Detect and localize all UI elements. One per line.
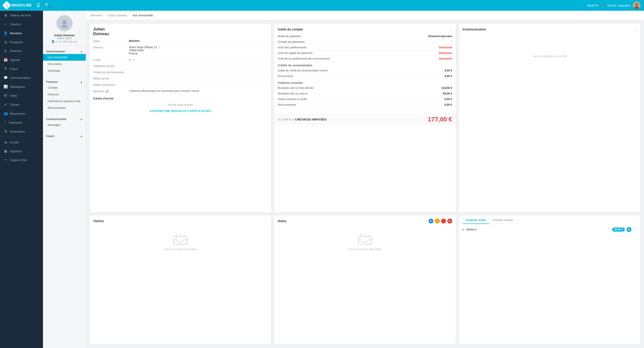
adresse-value: Victor Hugo (Place) 13 75000 Paris Franc… — [129, 46, 268, 55]
sidebar-item-check-in[interactable]: ✓ Check-In — [0, 20, 43, 29]
sidebar-item-ressources[interactable]: 👥 Ressources — [0, 109, 43, 118]
comm-card-menu[interactable]: ⋮ — [633, 27, 637, 32]
bc-julian[interactable]: Julian Doineau — [108, 14, 129, 17]
topbar-right: Book-Fit 📍 Dorine Lagardère — [588, 2, 640, 9]
solde-row-vente: Vente d'articles à l'unité 0,00 € — [278, 97, 452, 102]
tel-pro-label: Téléphone (professionnel) — [93, 71, 129, 74]
sub-item-messages[interactable]: Messages — [43, 122, 86, 128]
info-row-mobile-prive: Mobile (privé) — [93, 76, 268, 82]
vente-label: Vente d'articles à l'unité — [278, 98, 307, 101]
comm-card-title: Communication — [462, 28, 486, 31]
solde-card-header: Solde du compte ⋮ — [274, 24, 456, 34]
sub-item-documents[interactable]: Documents — [43, 61, 86, 67]
sidebar-item-appstore[interactable]: ▦ Appstore — [0, 147, 43, 156]
check-in-icon: ✓ — [4, 22, 8, 26]
access-section: Cartes d'accès Pas de carte d'accès AJOU… — [93, 95, 268, 115]
sidebar-item-agenda[interactable]: 📅 Agenda — [0, 55, 43, 64]
contract-row-menu[interactable]: ⋮ — [633, 227, 637, 232]
menu-icon[interactable]: ☰ — [36, 3, 40, 8]
note-icon-warn[interactable]: ⚠ — [435, 219, 440, 223]
svg-line-7 — [184, 234, 185, 236]
sub-section-coach: Coach ▲ — [43, 131, 86, 141]
email-clear-icon[interactable]: ✕ — [132, 58, 135, 61]
profile-dob: 👤 12.01.1985 (35 ans) — [52, 40, 77, 43]
total-label-block: LE COMPTE A CRÉANCES IMPAYÉES — [278, 118, 327, 121]
communication-icon: 💬 — [4, 76, 8, 80]
search-icon[interactable]: 🔍 — [45, 3, 50, 8]
note-icon-info[interactable]: ℹ — [428, 219, 434, 223]
tab-contrats-actifs[interactable]: Contrats actifs — [462, 216, 489, 224]
sidebar-item-mysports[interactable]: ⋮⋮ MySports — [0, 118, 43, 127]
credits-title: Crédits de consommation — [278, 64, 452, 67]
sidebar-item-support-chat[interactable]: ? Support Chat — [0, 156, 43, 164]
svg-rect-9 — [358, 236, 372, 244]
sub-item-vue-ensemble[interactable]: Vue d'ensemble — [43, 54, 86, 61]
sidebar-label-taches: Tâches — [10, 103, 20, 106]
taches-empty-icon: ? — [172, 232, 188, 245]
sidebar-item-communication[interactable]: 💬 Communication — [0, 73, 43, 82]
taches-card: Tâches ⋮ ? Aucune donnée disponible — [90, 215, 271, 345]
sidebar-item-statistiques[interactable]: 📊 Statistiques — [0, 82, 43, 91]
sidebar-item-parametres[interactable]: ⚙ Paramètres — [0, 127, 43, 136]
bc-sep-1: / — [105, 14, 106, 17]
sub-item-compte[interactable]: Compte — [43, 84, 86, 91]
sub-item-historique[interactable]: Historique — [43, 67, 86, 74]
tab-contrats-inactifs[interactable]: Contrats inactifs — [489, 216, 516, 224]
sub-item-paiement-plusieurs[interactable]: Paiement en plusieurs fois — [43, 98, 86, 105]
sidebar-item-prospects[interactable]: ◎ Prospects — [0, 38, 43, 47]
breadcrumb: Membres / Julian Doineau / Vue d'ensembl… — [86, 11, 644, 20]
adresse-label: Adresse — [93, 46, 129, 49]
solde-row-mois-dernier: Montants dûs le mois dernier 118,00 € — [278, 85, 452, 91]
personal-card-menu[interactable]: ⋮ — [263, 29, 268, 34]
communication-label: Communication — [46, 118, 66, 121]
member-firstname: Julian — [93, 27, 109, 32]
sidebar-item-finances[interactable]: € Finances — [0, 47, 43, 55]
solde-row-mois-ci: Montants dûs ce mois-ci 59,00 € — [278, 91, 452, 97]
solde-row-bonus: bonus inclus 4,00 € — [278, 74, 452, 79]
solde-row-credit: Solde de crédit de consommation ouvert 4… — [278, 68, 452, 74]
logo-text: MAGICLINE — [12, 3, 32, 8]
section-title-communication[interactable]: Communication ▲ — [43, 116, 86, 122]
svg-point-3 — [62, 20, 67, 25]
subsidebar: Julian Doineau (SPA1-1892) 👤 12.01.1985 … — [43, 11, 86, 348]
section-title-administration[interactable]: Administration ▲ — [43, 48, 86, 54]
taches-card-menu[interactable]: ⋮ — [263, 219, 268, 223]
mysports-value: L'adresse électronique est nécessaire po… — [129, 89, 268, 93]
prospects-icon: ◎ — [4, 40, 8, 44]
mois-ci-value: 59,00 € — [443, 92, 452, 95]
sidebar-item-achats[interactable]: 🛍 Achats — [0, 138, 43, 147]
section-title-coach[interactable]: Coach ▲ — [43, 133, 86, 139]
credit-label: Solde de crédit de consommation ouvert — [278, 69, 328, 72]
solde-card-menu[interactable]: ⋮ — [448, 27, 452, 32]
notes-card-title: Notes — [278, 219, 286, 223]
sub-item-recouvrement[interactable]: Recouvrement — [43, 105, 86, 111]
mobile-ent-label: Mobile (entreprise) — [93, 83, 129, 87]
svg-line-10 — [360, 234, 362, 236]
total-row: LE COMPTE A CRÉANCES IMPAYÉES 177,00 € — [274, 114, 456, 125]
sidebar-item-cours[interactable]: 🏃 Cours — [0, 64, 43, 73]
add-card-button[interactable]: AJOUTER UNE NOUVELLE CARTE D'ACCÈS — [93, 108, 268, 114]
avatar — [633, 2, 640, 9]
note-icon-block[interactable]: 🚫 — [441, 219, 446, 223]
contrats-card-menu[interactable]: ⋮ — [633, 215, 637, 225]
sidebar-item-taches[interactable]: ✔ Tâches — [0, 100, 43, 109]
app-body: ⊞ Tableau de bord ✓ Check-In 👤 Membres ◎… — [0, 11, 644, 348]
finances-icon: € — [4, 49, 8, 53]
dashboard-icon: ⊞ — [4, 13, 8, 17]
bc-membres[interactable]: Membres — [90, 14, 105, 17]
info-row-mobile-ent: Mobile (entreprise) — [93, 82, 268, 88]
section-title-finances[interactable]: Finances ▲ — [43, 79, 86, 84]
personal-card-title: Julian Doineau — [93, 27, 109, 36]
arret-prel-label: Arrêt des prélèvements — [278, 46, 306, 49]
achats-icon: 🛍 — [4, 140, 8, 144]
svg-point-1 — [635, 3, 638, 6]
sidebar-item-tableau-de-bord[interactable]: ⊞ Tableau de bord — [0, 11, 43, 20]
adresse-text: Victor Hugo (Place) 13 75000 Paris Franc… — [129, 46, 157, 55]
sidebar-item-vente[interactable]: 🛒 Vente — [0, 91, 43, 100]
sidebar-item-membres[interactable]: 👤 Membres — [0, 29, 43, 38]
sub-item-factures[interactable]: Factures — [43, 91, 86, 98]
arret-recouvrement-value: Désactivé — [439, 57, 452, 60]
sidebar-label-tableau-de-bord: Tableau de bord — [10, 14, 31, 17]
note-icon-tag[interactable]: 🏷 — [447, 219, 452, 223]
svg-point-4 — [61, 25, 67, 28]
